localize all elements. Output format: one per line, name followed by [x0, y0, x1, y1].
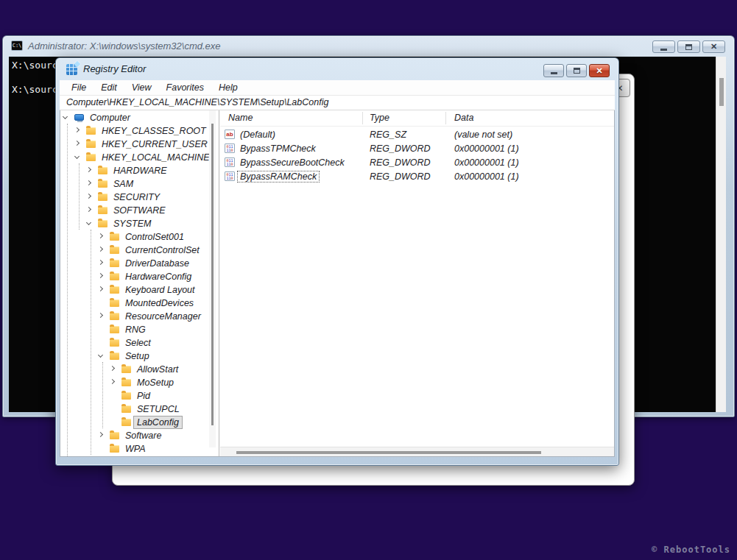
- chevron-right-icon[interactable]: [74, 127, 80, 132]
- values-horizontal-scrollbar[interactable]: [220, 447, 614, 456]
- folder-icon: [110, 286, 119, 294]
- chevron-right-icon[interactable]: [110, 379, 115, 384]
- tree-item-keyboard-layout[interactable]: Keyboard Layout: [60, 283, 209, 297]
- cmd-close-button[interactable]: ✕: [702, 40, 725, 53]
- tree-item-setupcl[interactable]: SETUPCL: [60, 403, 209, 416]
- value-row-bypasssecurebootcheck[interactable]: 011110BypassSecureBootCheckREG_DWORD0x00…: [220, 156, 614, 170]
- desktop: C:\ Administrator: X:\windows\system32\c…: [0, 0, 737, 560]
- menu-favorites[interactable]: Favorites: [159, 82, 211, 93]
- tree-item-mounteddevices[interactable]: MountedDevices: [60, 297, 209, 310]
- menu-edit[interactable]: Edit: [94, 82, 124, 93]
- registry-menubar: FileEditViewFavoritesHelp: [60, 80, 615, 96]
- tree-item-controlset001[interactable]: ControlSet001: [60, 230, 209, 244]
- tree-item-sam[interactable]: SAM: [60, 177, 209, 191]
- tree-item-rng[interactable]: RNG: [60, 323, 209, 336]
- column-header-type[interactable]: Type: [370, 113, 389, 123]
- values-hscrollbar-thumb[interactable]: [236, 451, 541, 454]
- tree-item-hkey-classes-root[interactable]: HKEY_CLASSES_ROOT: [60, 124, 209, 138]
- tree-item-label: MoSetup: [134, 377, 177, 389]
- chevron-right-icon[interactable]: [86, 167, 91, 172]
- tree-item-resourcemanager[interactable]: ResourceManager: [60, 310, 209, 323]
- tree-item-system[interactable]: SYSTEM: [60, 217, 209, 230]
- value-row-default[interactable]: ab(Default)REG_SZ(value not set): [220, 128, 614, 142]
- tree-item-labconfig[interactable]: LabConfig: [60, 416, 209, 429]
- tree-item-software[interactable]: Software: [60, 429, 209, 442]
- tree-scrollbar[interactable]: [209, 110, 216, 447]
- folder-icon: [98, 167, 107, 174]
- registry-minimize-button[interactable]: [543, 64, 564, 77]
- folder-icon: [86, 154, 96, 161]
- chevron-down-icon[interactable]: [98, 352, 103, 358]
- chevron-right-icon[interactable]: [86, 180, 91, 185]
- chevron-right-icon[interactable]: [98, 273, 103, 278]
- menu-help[interactable]: Help: [211, 82, 245, 93]
- cmd-scrollbar[interactable]: [716, 57, 726, 412]
- chevron-right-icon[interactable]: [98, 260, 103, 265]
- chevron-right-icon[interactable]: [86, 194, 91, 199]
- tree-item-label: Computer: [87, 112, 133, 124]
- tree-item-wpa[interactable]: WPA: [60, 442, 209, 456]
- value-row-bypasstpmcheck[interactable]: 011110BypassTPMCheckREG_DWORD0x00000001 …: [220, 142, 614, 156]
- value-row-bypassramcheck[interactable]: 011110BypassRAMCheckREG_DWORD0x00000001 …: [220, 170, 614, 184]
- chevron-right-icon[interactable]: [110, 366, 115, 371]
- folder-icon: [110, 445, 119, 453]
- column-header-data[interactable]: Data: [454, 113, 473, 123]
- computer-icon: [74, 114, 84, 121]
- tree-item-mosetup[interactable]: MoSetup: [60, 376, 209, 389]
- tree-item-label: RNG: [122, 324, 149, 336]
- close-icon: ✕: [710, 42, 717, 52]
- cmd-scrollbar-thumb[interactable]: [719, 78, 724, 106]
- column-separator[interactable]: [362, 112, 363, 124]
- tree-item-hkey-users[interactable]: HKEY_USERS: [60, 456, 209, 456]
- tree-item-select[interactable]: Select: [60, 336, 209, 350]
- column-separator[interactable]: [445, 112, 446, 124]
- tree-item-currentcontrolset[interactable]: CurrentControlSet: [60, 244, 209, 257]
- tree-item-driverdatabase[interactable]: DriverDatabase: [60, 257, 209, 270]
- chevron-right-icon[interactable]: [74, 141, 80, 146]
- tree-item-label: HARDWARE: [110, 165, 170, 177]
- registry-body: ComputerHKEY_CLASSES_ROOTHKEY_CURRENT_US…: [60, 110, 615, 457]
- registry-editor-window: Registry Editor ✕ FileEditViewFavoritesH…: [55, 57, 619, 466]
- chevron-down-icon[interactable]: [74, 154, 80, 159]
- close-icon: ✕: [596, 66, 602, 76]
- folder-icon: [98, 180, 107, 188]
- tree-item-hardware[interactable]: HARDWARE: [60, 164, 209, 177]
- tree-scrollbar-thumb[interactable]: [211, 124, 214, 425]
- registry-titlebar[interactable]: Registry Editor ✕: [56, 58, 618, 80]
- chevron-right-icon[interactable]: [98, 247, 103, 252]
- cmd-minimize-button[interactable]: [652, 40, 675, 53]
- menu-view[interactable]: View: [124, 82, 159, 93]
- registry-window-title: Registry Editor: [83, 63, 146, 74]
- tree-item-label: SOFTWARE: [110, 205, 169, 216]
- cmd-maximize-button[interactable]: [677, 40, 700, 53]
- registry-close-button[interactable]: ✕: [589, 64, 610, 77]
- tree-item-software[interactable]: SOFTWARE: [60, 204, 209, 217]
- folder-icon: [98, 194, 107, 201]
- chevron-right-icon[interactable]: [98, 432, 103, 437]
- chevron-right-icon[interactable]: [98, 233, 103, 238]
- tree-item-security[interactable]: SECURITY: [60, 191, 209, 204]
- tree-item-hkey-current-user[interactable]: HKEY_CURRENT_USER: [60, 138, 209, 151]
- registry-maximize-button[interactable]: [566, 64, 587, 77]
- chevron-right-icon[interactable]: [98, 286, 103, 291]
- tree-item-computer[interactable]: Computer: [60, 111, 209, 124]
- tree-item-pid[interactable]: Pid: [60, 389, 209, 403]
- column-header-name[interactable]: Name: [228, 113, 253, 123]
- folder-icon: [110, 300, 119, 307]
- tree-item-allowstart[interactable]: AllowStart: [60, 363, 209, 376]
- values-header: NameTypeData: [220, 110, 614, 127]
- chevron-right-icon[interactable]: [86, 207, 91, 212]
- cmd-titlebar[interactable]: C:\ Administrator: X:\windows\system32\c…: [3, 36, 734, 57]
- cmd-window-title: Administrator: X:\windows\system32\cmd.e…: [28, 40, 221, 52]
- chevron-down-icon[interactable]: [63, 114, 68, 119]
- tree-item-hardwareconfig[interactable]: HardwareConfig: [60, 270, 209, 283]
- chevron-down-icon[interactable]: [86, 220, 91, 225]
- reg-dword-icon: 011110: [225, 171, 235, 181]
- chevron-right-icon[interactable]: [98, 313, 103, 318]
- tree-item-setup[interactable]: Setup: [60, 350, 209, 363]
- registry-address-bar[interactable]: Computer\HKEY_LOCAL_MACHINE\SYSTEM\Setup…: [60, 96, 615, 110]
- value-data: (value not set): [454, 130, 512, 140]
- tree-item-label: ControlSet001: [122, 231, 187, 243]
- menu-file[interactable]: File: [64, 82, 94, 93]
- tree-item-hkey-local-machine[interactable]: HKEY_LOCAL_MACHINE: [60, 151, 209, 164]
